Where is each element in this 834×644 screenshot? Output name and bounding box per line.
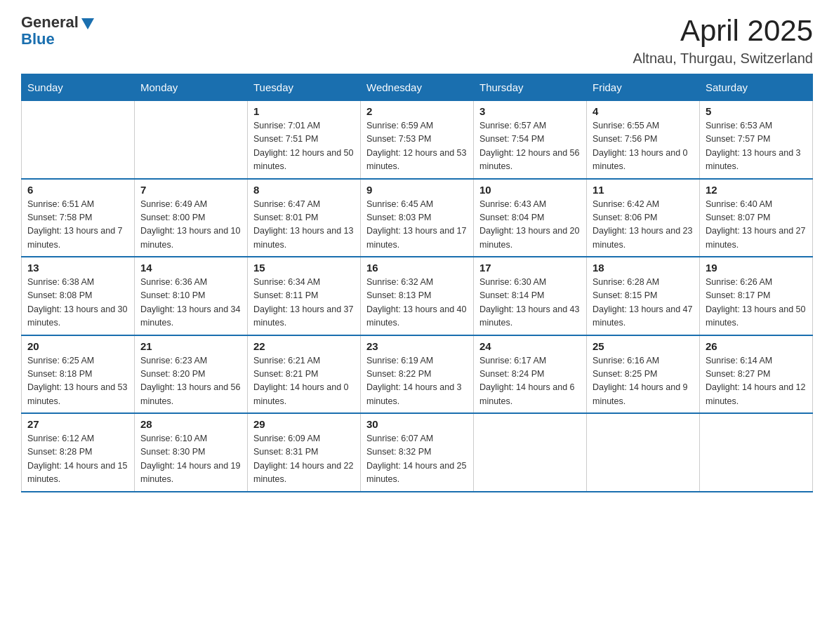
calendar-cell: 28Sunrise: 6:10 AMSunset: 8:30 PMDayligh… — [135, 413, 248, 492]
header-monday: Monday — [135, 74, 248, 101]
day-info: Sunrise: 6:49 AMSunset: 8:00 PMDaylight:… — [140, 198, 241, 253]
day-number: 7 — [140, 184, 241, 196]
calendar-cell: 14Sunrise: 6:36 AMSunset: 8:10 PMDayligh… — [135, 257, 248, 335]
calendar-cell: 24Sunrise: 6:17 AMSunset: 8:24 PMDayligh… — [474, 335, 587, 414]
page-header: General Blue April 2025 Altnau, Thurgau,… — [21, 14, 813, 67]
calendar-cell: 27Sunrise: 6:12 AMSunset: 8:28 PMDayligh… — [22, 413, 135, 492]
day-number: 20 — [27, 340, 128, 352]
header-sunday: Sunday — [22, 74, 135, 101]
day-number: 29 — [253, 418, 355, 430]
calendar-cell: 20Sunrise: 6:25 AMSunset: 8:18 PMDayligh… — [22, 335, 135, 414]
calendar-cell: 21Sunrise: 6:23 AMSunset: 8:20 PMDayligh… — [135, 335, 248, 414]
calendar-cell: 2Sunrise: 6:59 AMSunset: 7:53 PMDaylight… — [361, 101, 474, 179]
day-info: Sunrise: 6:14 AMSunset: 8:27 PMDaylight:… — [706, 354, 807, 409]
day-info: Sunrise: 6:30 AMSunset: 8:14 PMDaylight:… — [479, 276, 581, 330]
day-info: Sunrise: 6:36 AMSunset: 8:10 PMDaylight:… — [140, 276, 241, 330]
calendar-cell: 16Sunrise: 6:32 AMSunset: 8:13 PMDayligh… — [361, 257, 474, 335]
day-info: Sunrise: 6:10 AMSunset: 8:30 PMDaylight:… — [140, 432, 241, 487]
day-info: Sunrise: 6:45 AMSunset: 8:03 PMDaylight:… — [366, 198, 468, 253]
day-number: 3 — [479, 105, 581, 117]
week-row-2: 6Sunrise: 6:51 AMSunset: 7:58 PMDaylight… — [22, 179, 813, 257]
day-number: 21 — [140, 340, 241, 352]
calendar-cell: 18Sunrise: 6:28 AMSunset: 8:15 PMDayligh… — [587, 257, 700, 335]
logo: General Blue — [21, 14, 95, 48]
week-row-5: 27Sunrise: 6:12 AMSunset: 8:28 PMDayligh… — [22, 413, 813, 492]
day-number: 10 — [479, 184, 581, 196]
header-tuesday: Tuesday — [248, 74, 361, 101]
calendar-cell: 22Sunrise: 6:21 AMSunset: 8:21 PMDayligh… — [248, 335, 361, 414]
calendar-cell: 3Sunrise: 6:57 AMSunset: 7:54 PMDaylight… — [474, 101, 587, 179]
day-info: Sunrise: 6:28 AMSunset: 8:15 PMDaylight:… — [593, 276, 694, 330]
week-row-1: 1Sunrise: 7:01 AMSunset: 7:51 PMDaylight… — [22, 101, 813, 179]
header-saturday: Saturday — [700, 74, 813, 101]
calendar-cell: 10Sunrise: 6:43 AMSunset: 8:04 PMDayligh… — [474, 179, 587, 257]
day-info: Sunrise: 6:55 AMSunset: 7:56 PMDaylight:… — [593, 119, 694, 174]
day-info: Sunrise: 6:12 AMSunset: 8:28 PMDaylight:… — [27, 432, 128, 487]
day-number: 12 — [706, 184, 807, 196]
calendar-cell: 1Sunrise: 7:01 AMSunset: 7:51 PMDaylight… — [248, 101, 361, 179]
day-number: 9 — [366, 184, 468, 196]
calendar-cell: 23Sunrise: 6:19 AMSunset: 8:22 PMDayligh… — [361, 335, 474, 414]
day-info: Sunrise: 6:25 AMSunset: 8:18 PMDaylight:… — [27, 354, 128, 409]
calendar-cell — [135, 101, 248, 179]
calendar-cell: 6Sunrise: 6:51 AMSunset: 7:58 PMDaylight… — [22, 179, 135, 257]
calendar-cell — [587, 413, 700, 492]
day-info: Sunrise: 6:53 AMSunset: 7:57 PMDaylight:… — [706, 119, 807, 174]
day-info: Sunrise: 6:26 AMSunset: 8:17 PMDaylight:… — [706, 276, 807, 330]
day-info: Sunrise: 6:17 AMSunset: 8:24 PMDaylight:… — [479, 354, 581, 409]
day-number: 2 — [366, 105, 468, 117]
calendar-cell: 19Sunrise: 6:26 AMSunset: 8:17 PMDayligh… — [700, 257, 813, 335]
month-year-title: April 2025 — [633, 14, 813, 48]
header-thursday: Thursday — [474, 74, 587, 101]
location-subtitle: Altnau, Thurgau, Switzerland — [633, 51, 813, 67]
day-number: 1 — [253, 105, 355, 117]
calendar-cell — [474, 413, 587, 492]
calendar-cell: 13Sunrise: 6:38 AMSunset: 8:08 PMDayligh… — [22, 257, 135, 335]
week-row-4: 20Sunrise: 6:25 AMSunset: 8:18 PMDayligh… — [22, 335, 813, 414]
calendar-cell: 8Sunrise: 6:47 AMSunset: 8:01 PMDaylight… — [248, 179, 361, 257]
calendar-cell — [22, 101, 135, 179]
calendar-cell: 7Sunrise: 6:49 AMSunset: 8:00 PMDaylight… — [135, 179, 248, 257]
header-wednesday: Wednesday — [361, 74, 474, 101]
day-number: 8 — [253, 184, 355, 196]
logo-triangle-icon — [80, 15, 95, 31]
calendar-cell: 9Sunrise: 6:45 AMSunset: 8:03 PMDaylight… — [361, 179, 474, 257]
calendar-header-row: SundayMondayTuesdayWednesdayThursdayFrid… — [22, 74, 813, 101]
day-number: 18 — [593, 262, 694, 274]
logo-general-text: General — [21, 14, 79, 31]
logo-blue-text: Blue — [21, 31, 55, 48]
day-number: 19 — [706, 262, 807, 274]
day-info: Sunrise: 6:57 AMSunset: 7:54 PMDaylight:… — [479, 119, 581, 174]
day-info: Sunrise: 6:23 AMSunset: 8:20 PMDaylight:… — [140, 354, 241, 409]
day-number: 13 — [27, 262, 128, 274]
day-number: 22 — [253, 340, 355, 352]
day-number: 15 — [253, 262, 355, 274]
header-friday: Friday — [587, 74, 700, 101]
day-number: 17 — [479, 262, 581, 274]
calendar-cell: 12Sunrise: 6:40 AMSunset: 8:07 PMDayligh… — [700, 179, 813, 257]
day-number: 24 — [479, 340, 581, 352]
calendar-cell: 26Sunrise: 6:14 AMSunset: 8:27 PMDayligh… — [700, 335, 813, 414]
day-info: Sunrise: 6:38 AMSunset: 8:08 PMDaylight:… — [27, 276, 128, 330]
day-info: Sunrise: 6:40 AMSunset: 8:07 PMDaylight:… — [706, 198, 807, 253]
day-info: Sunrise: 6:43 AMSunset: 8:04 PMDaylight:… — [479, 198, 581, 253]
day-info: Sunrise: 6:59 AMSunset: 7:53 PMDaylight:… — [366, 119, 468, 174]
calendar-cell: 17Sunrise: 6:30 AMSunset: 8:14 PMDayligh… — [474, 257, 587, 335]
calendar-table: SundayMondayTuesdayWednesdayThursdayFrid… — [21, 74, 813, 492]
calendar-cell: 29Sunrise: 6:09 AMSunset: 8:31 PMDayligh… — [248, 413, 361, 492]
day-number: 30 — [366, 418, 468, 430]
day-info: Sunrise: 6:32 AMSunset: 8:13 PMDaylight:… — [366, 276, 468, 330]
calendar-cell: 5Sunrise: 6:53 AMSunset: 7:57 PMDaylight… — [700, 101, 813, 179]
day-number: 23 — [366, 340, 468, 352]
day-number: 25 — [593, 340, 694, 352]
calendar-cell: 4Sunrise: 6:55 AMSunset: 7:56 PMDaylight… — [587, 101, 700, 179]
day-number: 27 — [27, 418, 128, 430]
calendar-cell: 15Sunrise: 6:34 AMSunset: 8:11 PMDayligh… — [248, 257, 361, 335]
day-number: 26 — [706, 340, 807, 352]
day-info: Sunrise: 6:42 AMSunset: 8:06 PMDaylight:… — [593, 198, 694, 253]
day-info: Sunrise: 6:21 AMSunset: 8:21 PMDaylight:… — [253, 354, 355, 409]
day-number: 14 — [140, 262, 241, 274]
calendar-cell: 25Sunrise: 6:16 AMSunset: 8:25 PMDayligh… — [587, 335, 700, 414]
day-number: 5 — [706, 105, 807, 117]
calendar-cell: 11Sunrise: 6:42 AMSunset: 8:06 PMDayligh… — [587, 179, 700, 257]
